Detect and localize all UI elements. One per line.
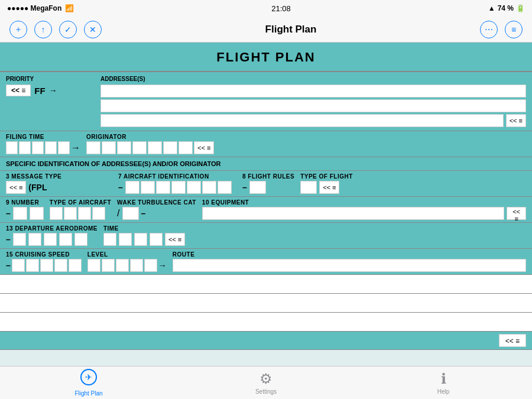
- type-of-flight-box[interactable]: [300, 181, 317, 194]
- orig-seg7[interactable]: [179, 141, 193, 154]
- bottom-btn-row: << ≡: [0, 332, 532, 350]
- addressee-input1[interactable]: [100, 85, 526, 98]
- cruise-speed-group: 15 CRUISING SPEED –: [6, 251, 82, 272]
- dep-time-group: TIME << ≡: [103, 225, 185, 246]
- lvl-1[interactable]: [87, 259, 100, 272]
- orig-seg6[interactable]: [163, 141, 177, 154]
- sec3-btn[interactable]: << ≡: [319, 181, 339, 194]
- originator-btn[interactable]: << ≡: [194, 141, 214, 154]
- nav-title: Flight Plan: [265, 24, 317, 35]
- orig-seg2[interactable]: [102, 141, 116, 154]
- num-box1[interactable]: [13, 207, 27, 220]
- orig-seg1[interactable]: [86, 141, 100, 154]
- dtime-4[interactable]: [150, 233, 163, 246]
- addressee-btn[interactable]: << ≡: [506, 114, 526, 127]
- addressee-input3[interactable]: [100, 114, 504, 127]
- filing-time-row: →: [6, 141, 80, 154]
- atype-1[interactable]: [50, 207, 63, 220]
- flight-rules-box[interactable]: [249, 181, 266, 194]
- dtime-1[interactable]: [103, 233, 116, 246]
- priority-btn[interactable]: << ≡: [6, 85, 31, 96]
- sec13-btn[interactable]: << ≡: [165, 233, 185, 246]
- acid-2[interactable]: [141, 181, 155, 194]
- sec9-btn[interactable]: << ≡: [507, 207, 526, 220]
- lvl-5[interactable]: [144, 259, 157, 272]
- filing-seg2[interactable]: [19, 141, 31, 154]
- acid-7[interactable]: [218, 181, 232, 194]
- filing-seg1[interactable]: [6, 141, 18, 154]
- spd-5[interactable]: [69, 259, 82, 272]
- lvl-2[interactable]: [102, 259, 115, 272]
- dep-2[interactable]: [28, 233, 41, 246]
- check-button[interactable]: ✓: [59, 21, 77, 38]
- dep-1[interactable]: [13, 233, 26, 246]
- orig-seg5[interactable]: [148, 141, 162, 154]
- dep-4[interactable]: [59, 233, 72, 246]
- filing-seg5[interactable]: [58, 141, 70, 154]
- form-title: FLIGHT PLAN: [0, 43, 532, 72]
- dep-5[interactable]: [74, 233, 87, 246]
- dtime-3[interactable]: [134, 233, 147, 246]
- tab-help[interactable]: ℹ Help: [408, 371, 479, 395]
- carrier-text: ●●●●● MegaFon: [7, 4, 61, 12]
- msg-type-label: 3 MESSAGE TYPE: [6, 173, 112, 180]
- dep-3[interactable]: [44, 233, 57, 246]
- spd-1[interactable]: [12, 259, 25, 272]
- nav-bar: ＋ ↑ ✓ ✕ Flight Plan ⋯ ≡: [0, 17, 532, 43]
- msg-type-btn[interactable]: << ≡: [6, 181, 26, 194]
- originator-col: ORIGINATOR << ≡: [86, 134, 214, 154]
- addressee-row3: << ≡: [100, 114, 526, 127]
- atype-2[interactable]: [64, 207, 77, 220]
- wake-box[interactable]: [122, 207, 139, 220]
- tab-flight-plan[interactable]: ✈ Flight Plan: [53, 369, 124, 397]
- acid-4[interactable]: [171, 181, 186, 194]
- atype-4[interactable]: [92, 207, 105, 220]
- status-bar: ●●●●● MegaFon 📶 21:08 ▲ 74 % 🔋: [0, 0, 532, 17]
- orig-seg3[interactable]: [117, 141, 131, 154]
- spd-4[interactable]: [54, 259, 67, 272]
- dash2: –: [242, 183, 247, 192]
- battery-text: 74 %: [498, 4, 514, 12]
- tab-help-label: Help: [437, 388, 450, 395]
- specific-id-section: SPECIFIC IDENTIFICATION OF ADDRESSEE(S) …: [0, 157, 532, 171]
- equipment-input[interactable]: [202, 207, 504, 220]
- spd-3[interactable]: [40, 259, 53, 272]
- route-label: ROUTE: [173, 251, 526, 258]
- dtime-2[interactable]: [119, 233, 132, 246]
- lvl-3[interactable]: [116, 259, 129, 272]
- addressee-inputs: << ≡: [100, 85, 526, 127]
- add-button[interactable]: ＋: [9, 21, 27, 38]
- wifi-icon: 📶: [65, 4, 74, 12]
- nav-left-buttons: ＋ ↑ ✓ ✕: [9, 21, 102, 38]
- atype-3[interactable]: [78, 207, 91, 220]
- filing-originator-section: FILING TIME → ORIGINATOR: [0, 131, 532, 157]
- close-button[interactable]: ✕: [84, 21, 102, 38]
- originator-inputs: [86, 141, 193, 154]
- filing-col: FILING TIME →: [6, 134, 80, 154]
- menu-button[interactable]: ⋯: [480, 21, 498, 38]
- acid-1[interactable]: [125, 181, 140, 194]
- spd-2[interactable]: [26, 259, 39, 272]
- acid-3[interactable]: [156, 181, 170, 194]
- acid-6[interactable]: [202, 181, 216, 194]
- route-input[interactable]: [173, 259, 526, 272]
- filing-seg4[interactable]: [45, 141, 57, 154]
- tab-settings[interactable]: ⚙ Settings: [231, 371, 301, 395]
- filing-seg3[interactable]: [32, 141, 44, 154]
- lvl-4[interactable]: [130, 259, 143, 272]
- bottom-btn[interactable]: << ≡: [499, 334, 526, 347]
- acid-5[interactable]: [187, 181, 201, 194]
- upload-button[interactable]: ↑: [34, 21, 52, 38]
- list-button[interactable]: ≡: [505, 21, 523, 38]
- orig-seg4[interactable]: [132, 141, 147, 154]
- location-icon: ▲: [488, 4, 495, 12]
- sec15-section: 15 CRUISING SPEED – LEVEL: [0, 249, 532, 275]
- type-of-flight-label: TYPE OF FLIGHT: [300, 173, 353, 180]
- tab-settings-label: Settings: [255, 388, 277, 395]
- specific-id-text: SPECIFIC IDENTIFICATION OF ADDRESSEE(S) …: [6, 160, 220, 167]
- priority-column: PRIORITY << ≡ FF →: [6, 76, 100, 127]
- addressee-input2[interactable]: [100, 99, 526, 112]
- num-box2[interactable]: [30, 207, 44, 220]
- addressee-column: ADDRESSEE(S) << ≡: [100, 76, 526, 127]
- priority-label: PRIORITY: [6, 76, 100, 82]
